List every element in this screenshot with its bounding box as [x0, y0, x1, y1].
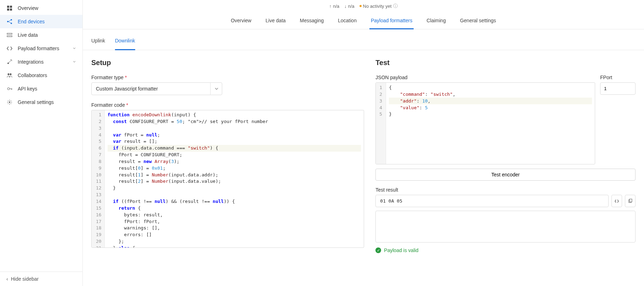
- sidebar-item-label: Overview: [18, 5, 38, 11]
- code-icon: [6, 45, 13, 52]
- svg-rect-7: [7, 33, 12, 34]
- svg-point-10: [8, 74, 10, 75]
- svg-rect-3: [10, 8, 12, 11]
- status-activity: No activity yet ⓘ: [360, 3, 398, 9]
- tabs: OverviewLive dataMessagingLocationPayloa…: [83, 11, 644, 29]
- help-icon[interactable]: ⓘ: [393, 3, 398, 9]
- svg-rect-15: [629, 199, 632, 202]
- svg-point-12: [7, 88, 10, 90]
- content: Setup Formatter type * Custom Javascript…: [83, 50, 644, 286]
- sidebar-item-api-keys[interactable]: API keys: [0, 82, 82, 95]
- fport-input[interactable]: [600, 82, 636, 95]
- main: ↑ n/a ↓ n/a No activity yet ⓘ OverviewLi…: [83, 0, 644, 286]
- subtab-uplink[interactable]: Uplink: [91, 38, 105, 50]
- gear-icon: [6, 99, 13, 105]
- devices-icon: [6, 18, 13, 25]
- formatter-type-label: Formatter type *: [91, 75, 364, 80]
- test-encoder-button[interactable]: Test encoder: [375, 169, 636, 181]
- svg-point-11: [10, 74, 12, 75]
- chevron-down-icon: [73, 46, 76, 51]
- check-circle-icon: ✓: [375, 247, 381, 253]
- sidebar-item-label: Integrations: [18, 59, 44, 65]
- svg-rect-8: [7, 36, 12, 37]
- svg-rect-2: [7, 8, 9, 11]
- tab-overview[interactable]: Overview: [229, 14, 253, 29]
- sidebar-item-payload-formatters[interactable]: Payload formatters: [0, 42, 82, 55]
- sidebar-item-label: Payload formatters: [18, 46, 59, 51]
- code-view-icon[interactable]: [611, 195, 622, 207]
- payload-valid: ✓ Payload is valid: [375, 247, 636, 253]
- subtab-downlink[interactable]: Downlink: [115, 38, 135, 50]
- json-payload-editor[interactable]: 12345 { "command": "switch", "addr": 10,…: [375, 82, 595, 164]
- grid-icon: [6, 5, 13, 11]
- sidebar-item-label: Collaborators: [18, 72, 47, 78]
- tab-claiming[interactable]: Claiming: [425, 14, 447, 29]
- svg-rect-0: [7, 6, 9, 8]
- test-heading: Test: [375, 59, 636, 67]
- sidebar-item-live-data[interactable]: Live data: [0, 28, 82, 42]
- status-dot-icon: [360, 5, 362, 7]
- code-gutter: 1234567891011121314151617181920212223242…: [92, 110, 105, 247]
- people-icon: [6, 72, 13, 78]
- json-gutter: 12345: [376, 83, 386, 164]
- sidebar-item-label: End devices: [18, 19, 45, 24]
- result-output-box: [375, 211, 636, 243]
- sidebar-item-collaborators[interactable]: Collaborators: [0, 69, 82, 82]
- tab-live-data[interactable]: Live data: [264, 14, 287, 29]
- svg-point-6: [11, 23, 12, 24]
- tab-location[interactable]: Location: [337, 14, 358, 29]
- formatter-code-label: Formatter code *: [91, 102, 364, 108]
- copy-icon[interactable]: [625, 195, 636, 207]
- formatter-code-editor[interactable]: 1234567891011121314151617181920212223242…: [91, 110, 364, 248]
- test-result-label: Test result: [375, 187, 636, 193]
- arrow-down-icon: ↓: [344, 4, 347, 9]
- svg-point-13: [9, 101, 10, 103]
- chevron-down-icon: [210, 82, 222, 95]
- json-body[interactable]: { "command": "switch", "addr": 10, "valu…: [386, 83, 595, 164]
- hide-sidebar-label: Hide sidebar: [11, 276, 39, 282]
- sidebar-item-general-settings[interactable]: General settings: [0, 95, 82, 109]
- svg-rect-1: [10, 6, 12, 8]
- code-body[interactable]: function encodeDownlink(input) { const C…: [105, 110, 364, 247]
- sidebar-list: OverviewEnd devicesLive dataPayload form…: [0, 0, 82, 272]
- setup-heading: Setup: [91, 59, 364, 67]
- chevron-left-icon: ‹: [6, 276, 8, 282]
- formatter-type-value: Custom Javascript formatter: [91, 82, 222, 95]
- subtabs: UplinkDownlink: [83, 29, 644, 50]
- formatter-type-select[interactable]: Custom Javascript formatter: [91, 82, 222, 95]
- fport-label: FPort: [600, 75, 636, 80]
- tab-general-settings[interactable]: General settings: [459, 14, 498, 29]
- data-icon: [6, 32, 13, 38]
- sidebar-item-label: Live data: [18, 32, 38, 38]
- sidebar-item-integrations[interactable]: Integrations: [0, 55, 82, 69]
- hide-sidebar[interactable]: ‹ Hide sidebar: [0, 272, 82, 286]
- int-icon: [6, 59, 13, 65]
- sidebar: OverviewEnd devicesLive dataPayload form…: [0, 0, 83, 286]
- test-section: Test JSON payload 12345 { "command": "sw…: [375, 59, 636, 278]
- status-up: ↑ n/a: [329, 3, 339, 9]
- chevron-down-icon: [73, 59, 76, 65]
- key-icon: [6, 86, 13, 92]
- sidebar-item-label: API keys: [18, 86, 37, 92]
- status-down: ↓ n/a: [344, 3, 355, 9]
- test-result-value: 01 0A 05: [375, 195, 609, 207]
- tab-payload-formatters[interactable]: Payload formatters: [369, 14, 414, 29]
- json-payload-label: JSON payload: [375, 75, 595, 80]
- sidebar-item-end-devices[interactable]: End devices: [0, 15, 82, 28]
- sidebar-item-overview[interactable]: Overview: [0, 1, 82, 15]
- svg-point-5: [11, 19, 12, 21]
- tab-messaging[interactable]: Messaging: [298, 14, 325, 29]
- arrow-up-icon: ↑: [329, 4, 332, 9]
- svg-point-4: [7, 21, 8, 22]
- status-bar: ↑ n/a ↓ n/a No activity yet ⓘ: [83, 0, 644, 11]
- setup-section: Setup Formatter type * Custom Javascript…: [91, 59, 364, 278]
- sidebar-item-label: General settings: [18, 99, 54, 105]
